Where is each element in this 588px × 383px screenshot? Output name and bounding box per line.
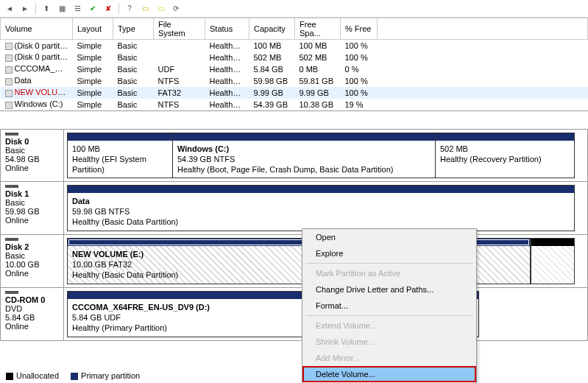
cell-status: Healthy (P... <box>205 63 249 75</box>
disk-type: DVD <box>5 304 59 313</box>
disk-icon <box>5 185 18 188</box>
col-free[interactable]: Free Spa... <box>295 18 341 40</box>
cell-free: 9.99 GB <box>295 87 341 99</box>
legend-unalloc-label: Unallocated <box>16 371 59 380</box>
cell-pct: 100 % <box>341 52 378 63</box>
partition-status: Healthy (Basic Data Partition) <box>72 217 570 227</box>
partition[interactable]: Windows (C:) 54.39 GB NTFS Healthy (Boot… <box>173 133 436 178</box>
menu-item-delete-volume[interactable]: Delete Volume... <box>302 366 476 382</box>
column-headers[interactable]: Volume Layout Type File System Status Ca… <box>1 18 588 40</box>
disk-status: Online <box>5 269 59 278</box>
cell-fs: NTFS <box>154 99 205 110</box>
disk-name: Disk 1 <box>5 189 59 198</box>
disk-label[interactable]: Disk 2 Basic 10.00 GB Online <box>1 235 64 287</box>
disk-label[interactable]: CD-ROM 0 DVD 5.84 GB Online <box>1 288 64 340</box>
cell-type: Basic <box>113 87 154 99</box>
cell-type: Basic <box>113 40 154 52</box>
partition[interactable]: 100 MB Healthy (EFI System Partition) <box>67 133 173 178</box>
col-pct[interactable]: % Free <box>341 18 378 40</box>
cell-layout: Simple <box>73 52 113 63</box>
disk-name: Disk 0 <box>5 137 59 146</box>
col-status[interactable]: Status <box>205 18 249 40</box>
disk-panel: Disk 2 Basic 10.00 GB Online NEW VOLUME … <box>0 235 588 288</box>
list-icon[interactable]: ☰ <box>71 2 84 15</box>
cell-pct: 100 % <box>341 40 378 52</box>
help-icon[interactable]: ? <box>123 2 136 15</box>
partition-name: Windows (C:) <box>177 144 431 154</box>
forward-icon[interactable]: ► <box>18 2 32 15</box>
disk-icon <box>5 291 18 294</box>
cell-free: 10.38 GB <box>295 99 341 110</box>
volume-row[interactable]: (Disk 0 partition 4) Simple Basic Health… <box>1 52 588 63</box>
volume-row[interactable]: CCCOMA_X64FRE... Simple Basic UDF Health… <box>1 63 588 75</box>
disk-body: 100 MB Healthy (EFI System Partition) Wi… <box>64 130 587 181</box>
book-icon[interactable]: ▭ <box>138 2 152 15</box>
cell-pct: 0 % <box>341 63 378 75</box>
up-icon[interactable]: ⬆ <box>40 2 53 15</box>
disk-panel: Disk 0 Basic 54.98 GB Online 100 MB Heal… <box>0 129 588 182</box>
note-icon[interactable]: ▭ <box>154 2 167 15</box>
cell-fs <box>154 40 205 52</box>
cell-layout: Simple <box>73 63 113 75</box>
volume-icon <box>5 102 13 109</box>
cell-type: Basic <box>113 99 154 110</box>
back-icon[interactable]: ◄ <box>3 2 16 15</box>
volume-list: Volume Layout Type File System Status Ca… <box>0 18 588 111</box>
disk-type: Basic <box>5 146 59 155</box>
cell-capacity: 59.98 GB <box>249 75 295 87</box>
cell-free: 59.81 GB <box>295 75 341 87</box>
cell-type: Basic <box>113 75 154 87</box>
volume-name: NEW VOLUME (E:) <box>15 88 73 96</box>
cell-fs: NTFS <box>154 75 205 87</box>
cell-pct: 100 % <box>341 87 378 99</box>
volume-row[interactable]: NEW VOLUME (E:) Simple Basic FAT32 Healt… <box>1 87 588 99</box>
cell-capacity: 502 MB <box>249 52 295 63</box>
legend-primary-label: Primary partition <box>81 371 140 380</box>
menu-item-format[interactable]: Format... <box>302 298 476 314</box>
menu-item-open[interactable]: Open <box>302 229 476 245</box>
col-layout[interactable]: Layout <box>73 18 113 40</box>
cell-capacity: 9.99 GB <box>249 87 295 99</box>
partition-status: Healthy (Boot, Page File, Crash Dump, Ba… <box>177 164 431 175</box>
menu-separator <box>305 315 473 316</box>
refresh-icon[interactable]: ⟳ <box>169 2 183 15</box>
partition[interactable]: Data 59.98 GB NTFS Healthy (Basic Data P… <box>67 185 575 231</box>
menu-item-mark-partition-as-active: Mark Partition as Active <box>302 265 476 281</box>
legend-primary-swatch <box>71 373 78 380</box>
check-icon[interactable]: ✔ <box>86 2 99 15</box>
col-type[interactable]: Type <box>113 18 154 40</box>
col-capacity[interactable]: Capacity <box>249 18 295 40</box>
menu-item-extend-volume: Extend Volume... <box>302 317 476 334</box>
col-fs[interactable]: File System <box>154 18 205 40</box>
partition-status: Healthy (Recovery Partition) <box>440 154 570 164</box>
disk-panel: Disk 1 Basic 59.98 GB Online Data 59.98 … <box>0 182 588 235</box>
cell-free: 502 MB <box>295 52 341 63</box>
col-volume[interactable]: Volume <box>1 18 73 40</box>
volume-icon <box>5 43 13 50</box>
cell-fs <box>154 52 205 63</box>
partition-size: 502 MB <box>440 144 570 154</box>
cell-fs: FAT32 <box>154 87 205 99</box>
volume-name: Windows (C:) <box>15 99 63 108</box>
menu-item-change-drive-letter-and-paths[interactable]: Change Drive Letter and Paths... <box>302 281 476 298</box>
volume-name: (Disk 0 partition 1) <box>15 41 73 50</box>
disk-icon <box>5 133 18 136</box>
disk-label[interactable]: Disk 0 Basic 54.98 GB Online <box>1 130 64 181</box>
disk-graphical-view: Disk 0 Basic 54.98 GB Online 100 MB Heal… <box>0 111 588 341</box>
partition-size: 54.39 GB NTFS <box>177 154 431 164</box>
cell-layout: Simple <box>73 87 113 99</box>
partition[interactable]: 502 MB Healthy (Recovery Partition) <box>436 133 575 178</box>
close-icon[interactable]: ✘ <box>102 2 115 15</box>
unallocated-space[interactable] <box>531 238 575 284</box>
cell-fs: UDF <box>154 63 205 75</box>
disk-type: Basic <box>5 198 59 207</box>
volume-row[interactable]: Data Simple Basic NTFS Healthy (B... 59.… <box>1 75 588 87</box>
disk-label[interactable]: Disk 1 Basic 59.98 GB Online <box>1 182 64 234</box>
cell-capacity: 5.84 GB <box>249 63 295 75</box>
context-menu[interactable]: OpenExploreMark Partition as ActiveChang… <box>302 228 477 383</box>
cell-capacity: 100 MB <box>249 40 295 52</box>
volume-row[interactable]: Windows (C:) Simple Basic NTFS Healthy (… <box>1 99 588 110</box>
menu-item-explore[interactable]: Explore <box>302 245 476 261</box>
grid-icon[interactable]: ▦ <box>55 2 68 15</box>
volume-row[interactable]: (Disk 0 partition 1) Simple Basic Health… <box>1 40 588 52</box>
